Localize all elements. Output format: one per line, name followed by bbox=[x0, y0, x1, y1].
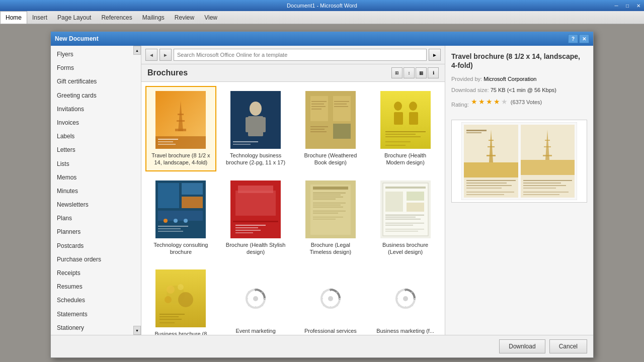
sidebar-item-postcards[interactable]: Postcards bbox=[51, 239, 133, 253]
template-item-business-level[interactable]: Business brochure (Level design) bbox=[370, 175, 441, 261]
svg-rect-139 bbox=[466, 192, 514, 193]
sidebar-item-invoices[interactable]: Invoices bbox=[51, 116, 133, 130]
sidebar-item-invitations[interactable]: Invitations bbox=[51, 103, 133, 116]
template-thumb-tech-consulting bbox=[155, 180, 206, 238]
search-back-button[interactable]: ◄ bbox=[145, 49, 157, 61]
sidebar-item-plans[interactable]: Plans bbox=[51, 212, 133, 225]
template-item-professional-services[interactable]: Professional services bbox=[295, 264, 366, 335]
template-item-business-marketing[interactable]: Business marketing (f... bbox=[370, 264, 441, 335]
svg-point-33 bbox=[409, 102, 417, 111]
svg-rect-36 bbox=[385, 134, 416, 135]
svg-rect-38 bbox=[385, 141, 411, 142]
templates-grid: Travel brochure (8 1/2 x 14, landscape, … bbox=[145, 86, 441, 335]
download-size-value: 75 KB (<1 min @ 56 Kbps) bbox=[491, 87, 556, 93]
svg-rect-6 bbox=[158, 139, 178, 140]
svg-rect-84 bbox=[385, 229, 424, 230]
svg-rect-49 bbox=[158, 228, 181, 229]
svg-rect-150 bbox=[523, 188, 556, 189]
provided-by-value: Microsoft Corporation bbox=[484, 76, 536, 82]
view-info-button[interactable]: ℹ bbox=[428, 67, 439, 78]
view-controls: ⊞ ↕ ▦ ℹ bbox=[391, 67, 439, 78]
sidebar-item-purchase-orders[interactable]: Purchase orders bbox=[51, 253, 133, 266]
templates-container: Travel brochure (8 1/2 x 14, landscape, … bbox=[141, 82, 445, 335]
tab-mailings[interactable]: Mailings bbox=[137, 11, 170, 24]
section-title: Brochures bbox=[147, 68, 391, 77]
sidebar-item-newsletters[interactable]: Newsletters bbox=[51, 198, 133, 212]
svg-rect-69 bbox=[313, 211, 346, 212]
sidebar-item-memos[interactable]: Memos bbox=[51, 171, 133, 185]
svg-rect-133 bbox=[466, 130, 487, 131]
svg-rect-5 bbox=[155, 136, 206, 149]
loading-spinner-professional bbox=[305, 269, 356, 327]
sidebar-item-letters[interactable]: Letters bbox=[51, 143, 133, 157]
sidebar-item-minutes[interactable]: Minutes bbox=[51, 185, 133, 198]
template-label-travel: Travel brochure (8 1/2 x 14, landscape, … bbox=[150, 152, 211, 166]
sidebar-item-stationery[interactable]: Stationery bbox=[51, 321, 133, 335]
svg-rect-136 bbox=[466, 183, 507, 184]
svg-rect-70 bbox=[313, 213, 338, 214]
svg-rect-134 bbox=[466, 132, 481, 133]
template-preview bbox=[451, 120, 587, 203]
tab-references[interactable]: References bbox=[96, 11, 137, 24]
sidebar-item-forms[interactable]: Forms bbox=[51, 61, 133, 75]
template-item-tech[interactable]: Technology business brochure (2-pg, 11 x… bbox=[220, 86, 291, 171]
tab-home[interactable]: Home bbox=[0, 11, 27, 24]
sidebar-item-flyers[interactable]: Flyers bbox=[51, 48, 133, 61]
window-close-button[interactable]: ✕ bbox=[633, 0, 644, 11]
template-label-health-modern: Brochure (Health Modern design) bbox=[375, 152, 436, 166]
minimize-button[interactable]: ─ bbox=[611, 0, 622, 11]
template-label-business-marketing: Business marketing (f... bbox=[376, 327, 434, 334]
template-item-travel[interactable]: Travel brochure (8 1/2 x 14, landscape, … bbox=[145, 86, 216, 171]
template-label-tech-consulting: Technology consulting brochure bbox=[150, 241, 211, 256]
search-forward-button[interactable]: ► bbox=[159, 49, 172, 61]
svg-rect-82 bbox=[385, 223, 424, 224]
svg-rect-41 bbox=[158, 183, 179, 208]
template-item-health-modern[interactable]: Brochure (Health Modern design) bbox=[370, 86, 441, 171]
svg-rect-94 bbox=[159, 319, 182, 320]
sidebar: ▲ Flyers Forms Gift certificates Greetin… bbox=[51, 46, 141, 335]
sidebar-item-gift-certificates[interactable]: Gift certificates bbox=[51, 75, 133, 88]
svg-rect-146 bbox=[521, 160, 575, 175]
rating-votes: (6373 Votes) bbox=[511, 98, 542, 107]
brochures-area: Brochures ⊞ ↕ ▦ ℹ bbox=[141, 64, 445, 335]
sidebar-item-planners[interactable]: Planners bbox=[51, 225, 133, 239]
svg-rect-151 bbox=[523, 192, 569, 193]
tab-view[interactable]: View bbox=[199, 11, 222, 24]
template-item-health-stylish[interactable]: Brochure (Health Stylish design) bbox=[220, 175, 291, 261]
dialog-close-button[interactable]: ✕ bbox=[579, 34, 589, 43]
tab-page-layout[interactable]: Page Layout bbox=[52, 11, 96, 24]
template-item-weathered[interactable]: Brochure (Weathered Book design) bbox=[295, 86, 366, 171]
star-3: ★ bbox=[486, 97, 493, 107]
svg-rect-13 bbox=[262, 117, 266, 132]
cancel-button[interactable]: Cancel bbox=[549, 339, 587, 353]
template-item-tech-consulting[interactable]: Technology consulting brochure bbox=[145, 175, 216, 261]
template-thumb-health-stylish bbox=[230, 180, 281, 238]
sort-asc-button[interactable]: ⊞ bbox=[391, 67, 403, 78]
dialog-title: New Document bbox=[55, 35, 99, 42]
sidebar-item-receipts[interactable]: Receipts bbox=[51, 266, 133, 280]
sidebar-item-greeting-cards[interactable]: Greeting cards bbox=[51, 89, 133, 103]
sidebar-scroll-up[interactable]: ▲ bbox=[133, 46, 141, 55]
rating-row: Rating: ★ ★ ★ ★ ★ (6373 Votes) bbox=[451, 97, 587, 112]
download-button[interactable]: Download bbox=[499, 339, 545, 353]
svg-rect-85 bbox=[385, 231, 418, 232]
sidebar-item-labels[interactable]: Labels bbox=[51, 130, 133, 143]
sidebar-item-resumes[interactable]: Resumes bbox=[51, 280, 133, 294]
template-item-legal-timeless[interactable]: Brochure (Legal Timeless design) bbox=[295, 175, 366, 261]
maximize-button[interactable]: □ bbox=[622, 0, 633, 11]
view-large-button[interactable]: ▦ bbox=[416, 67, 427, 78]
template-item-business-half[interactable]: Business brochure (8 1/2... bbox=[145, 264, 216, 335]
sidebar-item-statements[interactable]: Statements bbox=[51, 308, 133, 321]
search-input[interactable] bbox=[174, 49, 427, 61]
sidebar-item-lists[interactable]: Lists bbox=[51, 157, 133, 171]
search-go-button[interactable]: ► bbox=[429, 49, 441, 61]
svg-rect-54 bbox=[233, 221, 278, 222]
template-thumb-tech bbox=[230, 91, 281, 149]
sidebar-scroll-down[interactable]: ▼ bbox=[133, 326, 141, 335]
tab-review[interactable]: Review bbox=[170, 11, 199, 24]
tab-insert[interactable]: Insert bbox=[27, 11, 52, 24]
template-item-event-marketing[interactable]: Event marketing bbox=[220, 264, 291, 335]
sort-toggle-button[interactable]: ↕ bbox=[404, 67, 415, 78]
dialog-help-button[interactable]: ? bbox=[568, 34, 578, 43]
sidebar-item-schedules[interactable]: Schedules bbox=[51, 294, 133, 307]
